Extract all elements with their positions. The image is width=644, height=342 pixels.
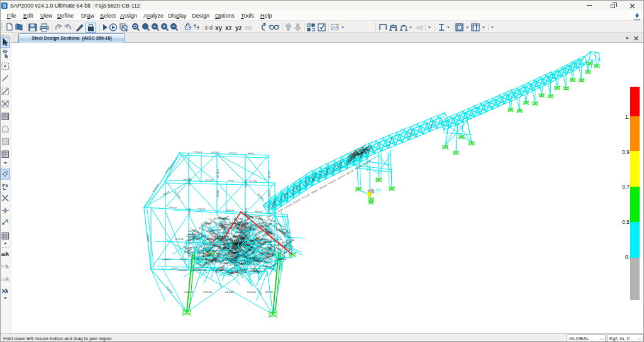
svg-text:L4x4x3/8: L4x4x3/8 bbox=[194, 261, 203, 267]
svg-text:W4x20: W4x20 bbox=[171, 267, 178, 270]
svg-text:L4x4x3/8: L4x4x3/8 bbox=[225, 291, 234, 294]
svg-text:W10x30: W10x30 bbox=[257, 288, 263, 296]
svg-text:W8x20: W8x20 bbox=[311, 189, 318, 195]
svg-text:L4x4x1/4: L4x4x1/4 bbox=[193, 151, 202, 153]
svg-text:W12x30: W12x30 bbox=[197, 207, 206, 211]
svg-text:W4x20: W4x20 bbox=[267, 204, 270, 211]
svg-text:L4x4x1/4: L4x4x1/4 bbox=[196, 255, 204, 258]
svg-text:W10x30: W10x30 bbox=[328, 179, 336, 185]
svg-text:L4x4x1/4: L4x4x1/4 bbox=[178, 269, 187, 272]
svg-text:W10x30: W10x30 bbox=[169, 206, 177, 209]
svg-text:W12x30: W12x30 bbox=[268, 190, 270, 198]
svg-text:PL12x30: PL12x30 bbox=[301, 194, 310, 200]
svg-text:L4x4x1/4: L4x4x1/4 bbox=[268, 170, 270, 179]
svg-text:W10x30: W10x30 bbox=[298, 182, 301, 190]
svg-text:W4x20: W4x20 bbox=[254, 215, 261, 218]
svg-text:PL12x30: PL12x30 bbox=[175, 238, 183, 241]
svg-text:L4x4x3/8: L4x4x3/8 bbox=[147, 233, 150, 242]
svg-text:L4x4x1/4: L4x4x1/4 bbox=[229, 152, 238, 154]
svg-text:L4x4x1/4: L4x4x1/4 bbox=[247, 291, 256, 294]
svg-text:L4x4x1/4: L4x4x1/4 bbox=[162, 258, 171, 261]
svg-text:W10x30: W10x30 bbox=[211, 151, 219, 153]
svg-text:W8x20: W8x20 bbox=[162, 190, 169, 196]
svg-text:W4x20: W4x20 bbox=[228, 179, 235, 182]
svg-text:W4x20: W4x20 bbox=[280, 196, 282, 202]
svg-text:L4x4x1/4: L4x4x1/4 bbox=[245, 179, 247, 187]
svg-text:PL12x30: PL12x30 bbox=[216, 169, 219, 177]
svg-text:W10x30: W10x30 bbox=[319, 184, 328, 189]
svg-text:W10x30: W10x30 bbox=[292, 199, 301, 204]
svg-text:W8x20: W8x20 bbox=[216, 190, 219, 197]
svg-text:W4x20: W4x20 bbox=[188, 208, 191, 215]
svg-text:PL12x30: PL12x30 bbox=[248, 180, 257, 182]
svg-text:PL12x30: PL12x30 bbox=[174, 190, 181, 199]
svg-text:W12x30: W12x30 bbox=[265, 291, 274, 294]
svg-text:L4x4x1/4: L4x4x1/4 bbox=[188, 178, 191, 187]
svg-text:W12x30: W12x30 bbox=[257, 193, 264, 201]
svg-text:W10x30: W10x30 bbox=[205, 179, 213, 181]
svg-text:W10x30: W10x30 bbox=[194, 267, 202, 270]
svg-text:L4x4x1/4: L4x4x1/4 bbox=[336, 174, 345, 180]
svg-text:PL12x30: PL12x30 bbox=[203, 291, 211, 294]
svg-text:W10x30: W10x30 bbox=[255, 210, 263, 213]
svg-text:W10x30: W10x30 bbox=[226, 209, 235, 212]
svg-text:L4x4x3/8: L4x4x3/8 bbox=[165, 285, 173, 294]
svg-text:W12x30: W12x30 bbox=[180, 258, 188, 261]
svg-text:W8x20: W8x20 bbox=[247, 152, 254, 155]
svg-text:PL12x30: PL12x30 bbox=[275, 208, 284, 214]
svg-text:L4x4x1/4: L4x4x1/4 bbox=[169, 161, 175, 170]
svg-text:W12x30: W12x30 bbox=[346, 169, 354, 175]
svg-text:W10x30: W10x30 bbox=[364, 160, 372, 165]
